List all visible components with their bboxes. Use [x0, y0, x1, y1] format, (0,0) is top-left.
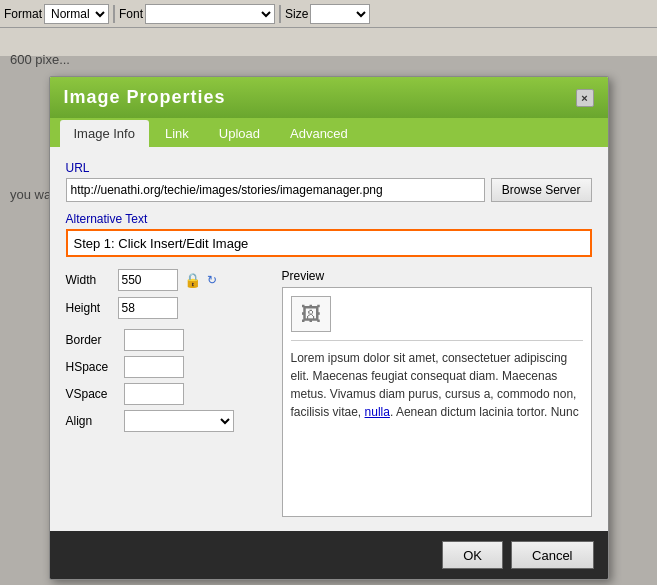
vspace-row: VSpace [66, 383, 266, 405]
alt-label: Alternative Text [66, 212, 592, 226]
tab-upload[interactable]: Upload [205, 120, 274, 147]
dialog-tabs: Image Info Link Upload Advanced [50, 118, 608, 147]
hspace-label: HSpace [66, 360, 118, 374]
spacing-section: Border HSpace VSpace [66, 329, 266, 432]
font-label: Font [119, 7, 143, 21]
modal-overlay: Image Properties × Image Info Link Uploa… [0, 56, 657, 585]
border-label: Border [66, 333, 118, 347]
font-select[interactable] [145, 4, 275, 24]
lock-icon[interactable]: 🔒 [184, 272, 201, 288]
width-input[interactable] [118, 269, 178, 291]
format-select[interactable]: Normal [44, 4, 109, 24]
align-label: Align [66, 414, 118, 428]
image-properties-dialog: Image Properties × Image Info Link Uploa… [49, 76, 609, 580]
toolbar-separator-1 [113, 5, 115, 23]
ok-button[interactable]: OK [442, 541, 503, 569]
format-label: Format [4, 7, 42, 21]
align-select[interactable]: Left Center Right [124, 410, 234, 432]
url-label: URL [66, 161, 592, 175]
url-input[interactable] [66, 178, 485, 202]
tab-advanced[interactable]: Advanced [276, 120, 362, 147]
url-row: Browse Server [66, 178, 592, 202]
width-label: Width [66, 273, 112, 287]
left-column: Width 🔒 ↻ Height Border [66, 269, 266, 517]
height-row: Height [66, 297, 266, 319]
two-column-layout: Width 🔒 ↻ Height Border [66, 269, 592, 517]
dialog-footer: OK Cancel [50, 531, 608, 579]
hspace-input[interactable] [124, 356, 184, 378]
cancel-button[interactable]: Cancel [511, 541, 593, 569]
toolbar: Format Normal Font Size [0, 0, 657, 28]
border-input[interactable] [124, 329, 184, 351]
right-column: Preview Lorem ipsum dolor sit amet, cons… [282, 269, 592, 517]
preview-separator [291, 340, 583, 341]
tab-image-info[interactable]: Image Info [60, 120, 149, 147]
preview-box: Lorem ipsum dolor sit amet, consectetuer… [282, 287, 592, 517]
align-row: Align Left Center Right [66, 410, 266, 432]
tab-link[interactable]: Link [151, 120, 203, 147]
preview-inner: Lorem ipsum dolor sit amet, consectetuer… [283, 288, 591, 516]
preview-image-placeholder [291, 296, 331, 332]
hspace-row: HSpace [66, 356, 266, 378]
dialog-titlebar: Image Properties × [50, 77, 608, 118]
toolbar-separator-2 [279, 5, 281, 23]
refresh-icon[interactable]: ↻ [207, 273, 217, 287]
height-label: Height [66, 301, 112, 315]
alt-text-input[interactable] [66, 229, 592, 257]
dialog-title: Image Properties [64, 87, 226, 108]
vspace-input[interactable] [124, 383, 184, 405]
preview-highlight: nulla [365, 405, 390, 419]
vspace-label: VSpace [66, 387, 118, 401]
dialog-body: URL Browse Server Alternative Text Width [50, 147, 608, 531]
editor-area: 600 pixe... you wan... Image Properties … [0, 28, 657, 585]
border-row: Border [66, 329, 266, 351]
browse-server-button[interactable]: Browse Server [491, 178, 592, 202]
preview-text: Lorem ipsum dolor sit amet, consectetuer… [291, 349, 583, 421]
width-row: Width 🔒 ↻ [66, 269, 266, 291]
size-label: Size [285, 7, 308, 21]
height-input[interactable] [118, 297, 178, 319]
close-button[interactable]: × [576, 89, 594, 107]
size-select[interactable] [310, 4, 370, 24]
preview-label: Preview [282, 269, 592, 283]
